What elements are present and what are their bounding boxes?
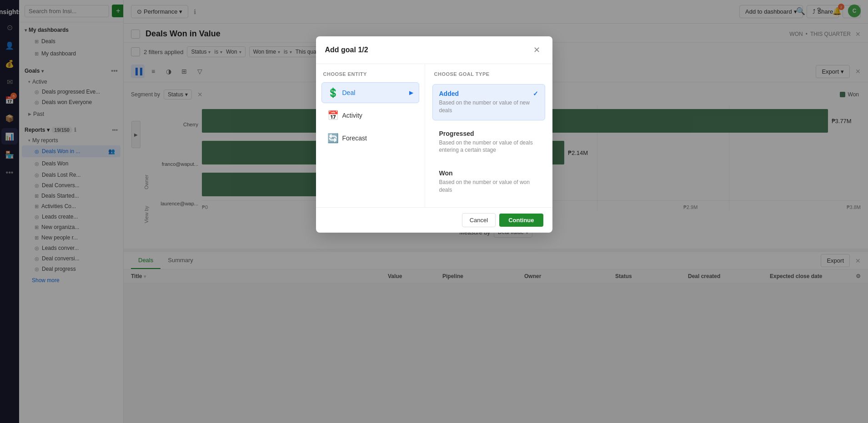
goal-type-progressed[interactable]: Progressed Based on the number or value … xyxy=(432,124,545,160)
activity-entity-icon: 📅 xyxy=(327,110,339,121)
entity-option-forecast[interactable]: 🔄 Forecast xyxy=(321,128,419,149)
goal-type-won[interactable]: Won Based on the number or value of won … xyxy=(432,164,545,200)
modal-footer: Cancel Continue xyxy=(316,207,552,233)
modal-body: CHOOSE ENTITY 💲 Deal ▶ 📅 Activity xyxy=(316,64,552,207)
goal-type-added-desc: Based on the number or value of new deal… xyxy=(439,99,538,114)
goal-type-won-title: Won xyxy=(439,169,453,177)
forecast-entity-icon: 🔄 xyxy=(327,133,339,144)
choose-entity-label: CHOOSE ENTITY xyxy=(321,71,419,77)
goal-type-won-desc: Based on the number or value of won deal… xyxy=(439,179,538,194)
deal-entity-icon: 💲 xyxy=(327,87,339,98)
modal-goal-type-panel: CHOOSE GOAL TYPE Added ✓ Based on the nu… xyxy=(425,64,552,207)
modal-overlay: Add goal 1/2 ✕ CHOOSE ENTITY 💲 Deal ▶ 📅 … xyxy=(0,0,868,423)
goal-type-added-title: Added xyxy=(439,90,459,97)
goal-type-progressed-title: Progressed xyxy=(439,130,474,137)
goal-type-progressed-desc: Based on the number or value of deals en… xyxy=(439,139,538,154)
activity-entity-label: Activity xyxy=(342,112,362,119)
choose-goal-type-label: CHOOSE GOAL TYPE xyxy=(432,71,545,77)
modal-header: Add goal 1/2 ✕ xyxy=(316,36,552,64)
deal-entity-arrow-icon: ▶ xyxy=(409,90,413,96)
cancel-button[interactable]: Cancel xyxy=(462,213,496,227)
continue-button[interactable]: Continue xyxy=(499,214,543,227)
modal-close-button[interactable]: ✕ xyxy=(531,44,543,56)
modal-title: Add goal 1/2 xyxy=(325,46,368,54)
entity-option-activity[interactable]: 📅 Activity xyxy=(321,105,419,126)
deal-entity-label: Deal xyxy=(342,89,356,96)
goal-type-added[interactable]: Added ✓ Based on the number or value of … xyxy=(432,84,545,120)
goal-type-added-check-icon: ✓ xyxy=(533,90,538,97)
forecast-entity-label: Forecast xyxy=(342,134,367,142)
add-goal-modal: Add goal 1/2 ✕ CHOOSE ENTITY 💲 Deal ▶ 📅 … xyxy=(316,36,552,233)
entity-option-deal[interactable]: 💲 Deal ▶ xyxy=(321,82,419,103)
modal-entity-panel: CHOOSE ENTITY 💲 Deal ▶ 📅 Activity xyxy=(316,64,425,207)
